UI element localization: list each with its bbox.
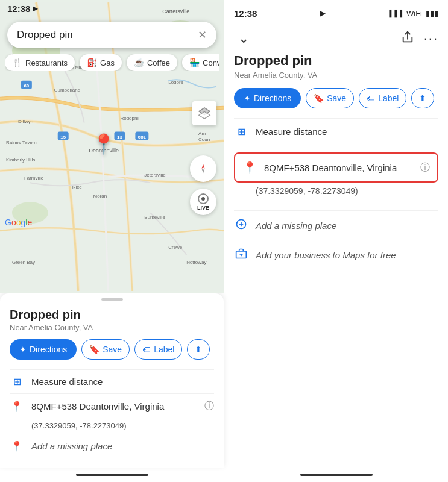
- svg-text:Crewe: Crewe: [168, 245, 183, 250]
- map-layer-button[interactable]: [192, 101, 216, 125]
- right-measure-icon: ⊞: [234, 126, 248, 137]
- right-share-button[interactable]: ⬆: [411, 88, 434, 108]
- measure-distance-row[interactable]: ⊞ Measure distance: [10, 369, 214, 393]
- pill-gas[interactable]: ⛽ Gas: [80, 54, 122, 71]
- pill-restaurants-label: Restaurants: [25, 58, 68, 67]
- svg-text:681: 681: [138, 134, 147, 140]
- time-right: 12:38: [234, 8, 257, 19]
- pill-coffee-label: Coffee: [147, 58, 170, 67]
- restaurants-icon: 🍴: [12, 58, 22, 67]
- svg-text:Rodophil: Rodophil: [120, 116, 139, 121]
- label-label: Label: [154, 345, 174, 354]
- pill-convenience[interactable]: 🏪 Conve...: [182, 54, 219, 71]
- location-icon-left: ▶: [33, 4, 38, 13]
- right-add-business-row[interactable]: Add your business to Maps for free: [234, 240, 438, 269]
- svg-text:Coun: Coun: [198, 137, 210, 142]
- place-subtitle: Near Amelia County, VA: [10, 323, 214, 332]
- right-save-button[interactable]: 🔖 Save: [306, 88, 354, 108]
- right-label-icon: 🏷: [367, 93, 375, 103]
- save-icon: 🔖: [89, 345, 99, 354]
- address-icon: 📍: [10, 401, 24, 412]
- time-left: 12:38: [7, 4, 30, 14]
- more-button[interactable]: ···: [424, 31, 438, 46]
- right-place-title: Dropped pin: [234, 53, 438, 69]
- svg-text:Raines Tavern: Raines Tavern: [6, 140, 37, 145]
- svg-text:Kimberly Hills: Kimberly Hills: [6, 157, 35, 163]
- right-address-highlight[interactable]: 📍 8QMF+538 Deantonville, Virginia ⓘ: [234, 152, 438, 183]
- svg-text:Jetersville: Jetersville: [144, 172, 166, 178]
- right-share-icon: ⬆: [419, 93, 426, 103]
- label-button[interactable]: 🏷 Label: [134, 339, 182, 360]
- right-info-circle-icon[interactable]: ⓘ: [420, 161, 430, 174]
- share-button[interactable]: ⬆: [187, 339, 210, 360]
- measure-icon: ⊞: [10, 376, 24, 387]
- right-save-icon: 🔖: [314, 93, 324, 103]
- convenience-icon: 🏪: [189, 58, 200, 67]
- signal-icon: ▐▐▐: [387, 10, 403, 17]
- svg-text:Farmville: Farmville: [24, 175, 44, 181]
- svg-text:Moran: Moran: [93, 193, 107, 199]
- right-address-text: 8QMF+538 Deantonville, Virginia: [264, 163, 413, 173]
- right-add-business-icon: [234, 248, 248, 262]
- right-directions-button[interactable]: ✦ Directions: [234, 88, 301, 108]
- svg-text:Nottoway: Nottoway: [186, 260, 206, 265]
- info-circle-icon[interactable]: ⓘ: [204, 400, 214, 413]
- directions-button[interactable]: ✦ Directions: [10, 339, 77, 360]
- address-row[interactable]: 📍 8QMF+538 Deantonville, Virginia ⓘ: [10, 393, 214, 419]
- right-label-button[interactable]: 🏷 Label: [359, 88, 406, 108]
- pill-convenience-label: Conve...: [203, 58, 219, 67]
- status-bar-right: 12:38 ▶ ▐▐▐ WiFi ▮▮▮: [224, 0, 448, 27]
- add-missing-row[interactable]: 📍 Add a missing place: [10, 434, 214, 458]
- svg-text:Dillwyn: Dillwyn: [18, 119, 33, 124]
- topbar-actions: ···: [401, 31, 438, 47]
- live-circle-icon: [198, 193, 209, 204]
- google-logo: Google: [5, 218, 32, 227]
- live-button[interactable]: LIVE: [190, 189, 216, 215]
- home-bar-right: [224, 468, 448, 482]
- right-add-missing-icon: [234, 218, 248, 233]
- svg-text:Burkeville: Burkeville: [144, 214, 165, 220]
- right-address-section: 📍 8QMF+538 Deantonville, Virginia ⓘ (37.…: [234, 145, 438, 210]
- pill-restaurants[interactable]: 🍴 Restaurants: [5, 54, 75, 71]
- label-icon: 🏷: [142, 345, 151, 354]
- share-topbar-button[interactable]: [401, 31, 414, 47]
- search-bar[interactable]: Dropped pin ✕: [7, 22, 216, 48]
- left-panel: Arvonia Cartersville Gold Hill Trents Mi…: [0, 0, 224, 482]
- right-place-subtitle: Near Amelia County, VA: [234, 70, 438, 80]
- svg-marker-37: [202, 164, 205, 169]
- battery-icon: ▮▮▮: [426, 9, 438, 18]
- share-icon: ⬆: [195, 345, 202, 354]
- right-content: Dropped pin Near Amelia County, VA ✦ Dir…: [224, 53, 448, 468]
- map-area[interactable]: Arvonia Cartersville Gold Hill Trents Mi…: [0, 0, 224, 293]
- right-add-business-text: Add your business to Maps for free: [256, 250, 396, 260]
- svg-marker-38: [202, 169, 205, 174]
- home-indicator-left: [76, 474, 148, 476]
- svg-text:Green Bay: Green Bay: [12, 260, 35, 265]
- right-add-missing-row[interactable]: Add a missing place: [234, 210, 438, 240]
- sheet-handle: [101, 298, 123, 301]
- right-coordinates: (37.3329059, -78.2273049): [234, 183, 438, 203]
- save-button[interactable]: 🔖 Save: [81, 339, 130, 360]
- svg-text:Am: Am: [198, 131, 206, 136]
- right-add-missing-text: Add a missing place: [256, 221, 336, 231]
- action-buttons: ✦ Directions 🔖 Save 🏷 Label ⬆: [10, 339, 214, 360]
- address-text: 8QMF+538 Deantonville, Virginia: [31, 401, 197, 412]
- add-missing-icon: 📍: [10, 440, 24, 452]
- search-close-button[interactable]: ✕: [198, 28, 207, 42]
- right-label-label: Label: [378, 93, 399, 103]
- map-pin: 📍: [92, 133, 116, 155]
- svg-text:Lodore: Lodore: [168, 80, 183, 85]
- back-button[interactable]: ⌄: [234, 29, 253, 48]
- compass-button[interactable]: [190, 155, 216, 182]
- back-chevron-icon: ⌄: [238, 31, 249, 46]
- svg-text:Cumberland: Cumberland: [54, 87, 80, 93]
- svg-text:15: 15: [60, 134, 66, 140]
- add-missing-text: Add a missing place: [31, 441, 112, 451]
- pill-gas-label: Gas: [100, 58, 115, 67]
- directions-label: Directions: [30, 345, 67, 354]
- pill-coffee[interactable]: ☕ Coffee: [127, 54, 177, 71]
- right-address-icon: 📍: [242, 161, 257, 174]
- measure-text: Measure distance: [31, 377, 214, 387]
- right-measure-row[interactable]: ⊞ Measure distance: [234, 118, 438, 145]
- home-bar-left: [0, 468, 224, 482]
